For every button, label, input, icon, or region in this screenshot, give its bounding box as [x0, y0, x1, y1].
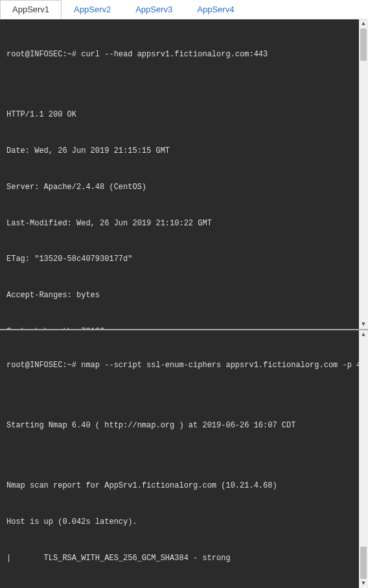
scroll-up-icon[interactable]: ▲ — [359, 330, 368, 339]
tab-appserv2[interactable]: AppServ2 — [62, 0, 123, 19]
terminal-panels: root@INFOSEC:~# curl --head appsrv1.fict… — [0, 19, 368, 588]
terminal-line: root@INFOSEC:~# nmap --script ssl-enum-c… — [6, 359, 362, 372]
tab-appserv1[interactable]: AppServ1 — [0, 0, 62, 19]
scroll-down-icon[interactable]: ▼ — [359, 579, 368, 588]
tab-appserv4[interactable]: AppServ4 — [185, 0, 246, 19]
terminal-top[interactable]: root@INFOSEC:~# curl --head appsrv1.fict… — [0, 19, 368, 330]
terminal-line: Content-Length: 79136 — [6, 326, 362, 330]
terminal-line: Accept-Ranges: bytes — [6, 289, 362, 302]
terminal-line: Nmap scan report for AppSrv1.fictionalor… — [6, 480, 362, 492]
terminal-line: Server: Apache/2.4.48 (CentOS) — [6, 181, 362, 194]
terminal-line: HTTP/1.1 200 OK — [6, 109, 362, 121]
scrollbar-bottom[interactable]: ▲ ▼ — [359, 330, 368, 588]
terminal-line: root@INFOSEC:~# curl --head appsrv1.fict… — [6, 49, 362, 61]
scroll-thumb[interactable] — [360, 547, 367, 579]
scroll-up-icon[interactable]: ▲ — [359, 19, 368, 28]
terminal-bottom[interactable]: root@INFOSEC:~# nmap --script ssl-enum-c… — [0, 330, 368, 588]
tab-bar: AppServ1 AppServ2 AppServ3 AppServ4 — [0, 0, 368, 19]
scroll-down-icon[interactable]: ▼ — [359, 320, 368, 329]
terminal-line: | TLS_RSA_WITH_AES_256_GCM_SHA384 - stro… — [6, 552, 362, 565]
tab-appserv3[interactable]: AppServ3 — [123, 0, 185, 19]
terminal-line: Last-Modified: Wed, 26 Jun 2019 21:10:22… — [6, 218, 362, 230]
scroll-thumb[interactable] — [360, 28, 367, 61]
scrollbar-top[interactable]: ▲ ▼ — [359, 19, 368, 329]
terminal-line: Date: Wed, 26 Jun 2019 21:15:15 GMT — [6, 145, 362, 157]
terminal-line: Starting Nmap 6.40 ( http://nmap.org ) a… — [6, 420, 362, 432]
terminal-line: Host is up (0.042s latency). — [6, 516, 362, 528]
terminal-line: ETag: "13520-58c407930177d" — [6, 253, 362, 266]
